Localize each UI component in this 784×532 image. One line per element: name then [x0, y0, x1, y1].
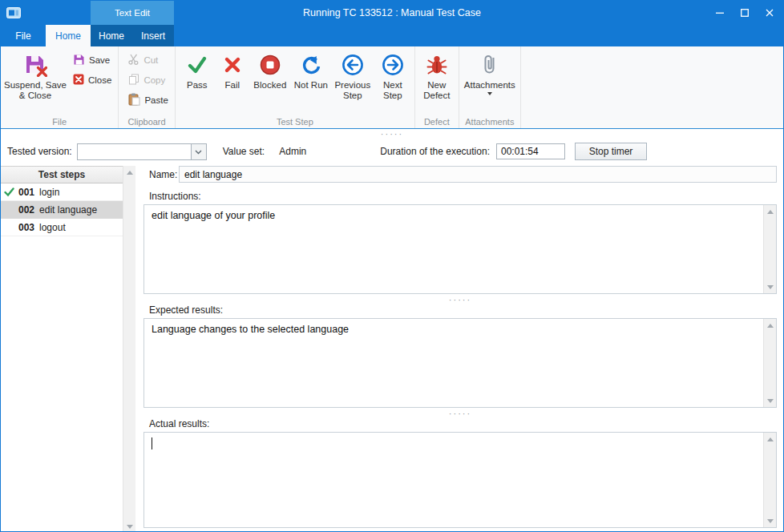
ribbon-splitter[interactable]: ····· — [1, 129, 783, 139]
test-step-row-001[interactable]: 001 login — [1, 183, 123, 201]
test-steps-panel: Test steps 001 login 002 edit language 0… — [1, 166, 135, 532]
previous-step-label: Previous Step — [331, 80, 374, 101]
triangle-down-icon — [127, 525, 133, 529]
step-name: login — [39, 187, 59, 198]
minimize-button[interactable] — [707, 1, 732, 25]
group-caption-defect: Defect — [415, 117, 459, 127]
close-window-button[interactable] — [757, 1, 782, 25]
actual-results-text — [144, 433, 763, 527]
ribbon-group-test-step: Pass Fail Blocked Not Run Previous Step … — [176, 46, 415, 128]
maximize-button[interactable] — [732, 1, 757, 25]
new-defect-icon — [426, 51, 448, 78]
tested-version-label: Tested version: — [7, 146, 72, 157]
paste-button[interactable]: Paste — [125, 91, 171, 109]
save-button[interactable]: Save — [70, 51, 115, 69]
value-set-label: Value set: — [223, 146, 265, 157]
splitter-dots: ····· — [449, 297, 471, 302]
name-input[interactable] — [179, 166, 777, 183]
ribbon-group-defect: New Defect Defect — [415, 46, 459, 128]
text-caret — [152, 437, 152, 449]
expected-results-label: Expected results: — [143, 304, 777, 316]
instructions-expected-splitter[interactable]: ····· — [143, 294, 777, 304]
pass-label: Pass — [187, 80, 208, 91]
instructions-label: Instructions: — [143, 191, 777, 203]
value-set-value: Admin — [279, 146, 306, 157]
scrollbar-track[interactable] — [123, 179, 135, 520]
steps-scrollbar[interactable] — [123, 166, 135, 532]
ribbon-group-attachments: Attachments Attachments — [459, 46, 521, 128]
previous-step-icon — [341, 51, 364, 78]
splitter-dots: ····· — [449, 411, 471, 416]
triangle-up-icon — [767, 210, 774, 214]
previous-step-button[interactable]: Previous Step — [331, 50, 374, 101]
combobox-dropdown-button[interactable] — [191, 144, 206, 159]
attachments-icon — [479, 51, 500, 78]
attachments-dropdown-icon[interactable] — [487, 92, 492, 95]
tab-textedit-insert[interactable]: Insert — [132, 25, 174, 46]
new-defect-button[interactable]: New Defect — [418, 50, 455, 101]
cut-label: Cut — [143, 55, 158, 65]
scroll-down-button[interactable] — [123, 520, 135, 532]
fail-label: Fail — [225, 80, 240, 91]
duration-input[interactable] — [496, 143, 565, 159]
test-step-row-002[interactable]: 002 edit language — [1, 201, 123, 219]
pass-button[interactable]: Pass — [179, 50, 216, 91]
group-caption-file: File — [1, 117, 118, 127]
scrollbar-track[interactable] — [764, 445, 776, 514]
step-number: 001 — [18, 187, 34, 198]
scroll-down-button[interactable] — [764, 514, 776, 527]
close-button[interactable]: Close — [70, 71, 115, 89]
scrollbar-track[interactable] — [764, 218, 776, 280]
scrollbar-track[interactable] — [764, 332, 776, 394]
triangle-down-icon — [767, 519, 774, 523]
attachments-button[interactable]: Attachments — [463, 50, 517, 95]
test-steps-header: Test steps — [1, 166, 135, 183]
expected-actual-splitter[interactable]: ····· — [143, 408, 777, 418]
not-run-button[interactable]: Not Run — [291, 50, 331, 91]
group-caption-clipboard: Clipboard — [119, 117, 174, 127]
clipboard-buttons: Cut Copy Paste — [125, 50, 171, 109]
tested-version-value — [78, 144, 191, 159]
scroll-up-button[interactable] — [764, 205, 776, 218]
copy-button[interactable]: Copy — [125, 71, 171, 89]
expected-results-textarea[interactable]: Language changes to the selected languag… — [143, 318, 777, 408]
cut-button[interactable]: Cut — [125, 51, 171, 69]
fail-button[interactable]: Fail — [216, 50, 249, 91]
tested-version-combobox[interactable] — [77, 143, 207, 160]
tab-file[interactable]: File — [1, 25, 46, 46]
copy-icon — [128, 74, 139, 87]
not-run-icon — [300, 51, 322, 78]
suspend-save-close-label: Suspend, Save & Close — [4, 80, 67, 101]
tab-home[interactable]: Home — [46, 25, 91, 46]
scroll-up-button[interactable] — [123, 166, 135, 179]
ribbon: Suspend, Save & Close Save Close File Cu… — [1, 46, 783, 129]
scroll-down-button[interactable] — [764, 280, 776, 293]
scroll-down-button[interactable] — [764, 394, 776, 407]
duration-label: Duration of the execution: — [380, 146, 490, 157]
main-content: Test steps 001 login 002 edit language 0… — [1, 164, 783, 532]
next-step-label: Next Step — [374, 80, 411, 101]
instructions-scrollbar[interactable] — [763, 205, 776, 293]
tab-textedit-home[interactable]: Home — [91, 25, 132, 46]
stop-timer-button[interactable]: Stop timer — [575, 143, 647, 160]
test-step-row-003[interactable]: 003 logout — [1, 219, 123, 236]
step-name: logout — [39, 222, 66, 233]
app-window: Text Edit Running TC 133512 : Manual Tes… — [0, 0, 784, 532]
scroll-up-button[interactable] — [764, 319, 776, 332]
actual-scrollbar[interactable] — [763, 433, 776, 527]
instructions-textarea[interactable]: edit language of your profile — [143, 204, 777, 294]
expected-scrollbar[interactable] — [763, 319, 776, 407]
name-row: Name: — [143, 166, 777, 183]
attachments-label: Attachments — [464, 80, 515, 91]
next-step-button[interactable]: Next Step — [374, 50, 411, 101]
suspend-save-close-button[interactable]: Suspend, Save & Close — [4, 50, 67, 101]
blocked-button[interactable]: Blocked — [249, 50, 291, 91]
titlebar[interactable]: Text Edit Running TC 133512 : Manual Tes… — [1, 1, 783, 25]
actual-results-textarea[interactable] — [143, 432, 777, 528]
next-step-icon — [382, 51, 404, 78]
app-icon[interactable] — [6, 7, 21, 18]
blocked-icon — [259, 51, 281, 78]
scroll-up-button[interactable] — [764, 433, 776, 445]
new-defect-label: New Defect — [418, 80, 455, 101]
paste-label: Paste — [144, 95, 168, 105]
